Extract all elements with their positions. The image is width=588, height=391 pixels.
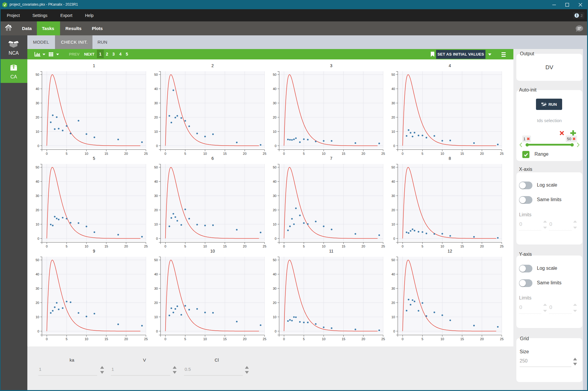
svg-text:11: 11 [329,249,334,253]
svg-text:7: 7 [330,156,332,161]
svg-text:5: 5 [93,156,95,161]
svg-text:2: 2 [211,63,214,68]
svg-text:8: 8 [449,156,451,161]
svg-text:3: 3 [330,63,332,68]
svg-text:10: 10 [210,249,215,253]
svg-text:4: 4 [449,63,451,68]
svg-text:6: 6 [211,156,214,161]
svg-text:9: 9 [93,249,95,253]
svg-text:1: 1 [93,63,95,68]
svg-text:2: 2 [581,13,583,18]
svg-text:12: 12 [447,249,452,253]
